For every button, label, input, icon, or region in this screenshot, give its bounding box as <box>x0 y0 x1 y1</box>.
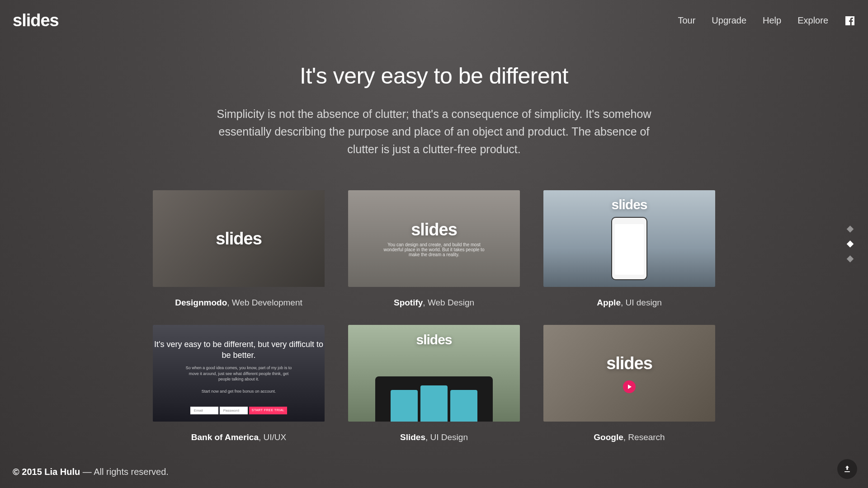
caption-title: Apple <box>597 298 621 307</box>
thumb-spotify[interactable]: slides You can design and create, and bu… <box>348 190 520 287</box>
thumb-form: Email Password START FREE TRIAL <box>190 407 287 414</box>
caption: Google, Research <box>594 432 665 442</box>
thumb-bofa[interactable]: It's very easy to be different, but very… <box>153 325 325 422</box>
caption: Designmodo, Web Development <box>175 298 302 308</box>
caption-title: Google <box>594 432 623 442</box>
phone-mockup-icon <box>611 217 647 280</box>
share-button[interactable] <box>837 459 857 479</box>
thumb-bg <box>543 325 715 422</box>
caption-title: Slides <box>400 432 425 442</box>
caption: Bank of America, UI/UX <box>191 432 286 442</box>
nav-tour[interactable]: Tour <box>678 15 695 26</box>
thumb-bonus: Start now and get free bonus on account. <box>202 389 276 394</box>
caption-category: , UI design <box>621 298 662 307</box>
facebook-icon[interactable] <box>844 15 855 26</box>
nav-upgrade[interactable]: Upgrade <box>712 15 746 26</box>
password-input: Password <box>220 407 248 414</box>
thumb-tagline: You can design and create, and build the… <box>380 242 488 257</box>
hero: It's very easy to be different Simplicit… <box>0 63 868 158</box>
card-google: slides Google, Research <box>543 325 715 442</box>
email-input: Email <box>190 407 218 414</box>
header: slides Tour Upgrade Help Explore <box>0 0 868 41</box>
thumb-subtext: So when a good idea comes, you know, par… <box>184 365 293 382</box>
hero-subtitle: Simplicity is not the absence of clutter… <box>203 105 665 158</box>
caption-category: , Research <box>623 432 665 442</box>
logo[interactable]: slides <box>13 11 59 30</box>
card-bofa: It's very easy to be different, but very… <box>153 325 325 442</box>
thumb-google[interactable]: slides <box>543 325 715 422</box>
play-icon <box>623 380 636 393</box>
slides-logo-icon: slides <box>416 332 452 347</box>
caption-category: , Web Development <box>227 298 302 307</box>
card-apple: slides Apple, UI design <box>543 190 715 308</box>
share-icon <box>843 465 852 474</box>
caption: Spotify, Web Design <box>394 298 474 308</box>
portfolio-grid: slides Designmodo, Web Development slide… <box>0 190 868 442</box>
caption: Slides, UI Design <box>400 432 468 442</box>
card-spotify: slides You can design and create, and bu… <box>348 190 520 308</box>
slides-logo-icon: slides <box>606 354 652 373</box>
card-slides: slides Slides, UI Design <box>348 325 520 442</box>
dot-1[interactable] <box>847 225 854 233</box>
caption: Apple, UI design <box>597 298 662 308</box>
nav-explore[interactable]: Explore <box>797 15 828 26</box>
thumb-slides[interactable]: slides <box>348 325 520 422</box>
thumb-designmodo[interactable]: slides <box>153 190 325 287</box>
slides-logo-icon: slides <box>611 197 647 212</box>
hero-title: It's very easy to be different <box>0 63 868 89</box>
caption-title: Spotify <box>394 298 423 307</box>
caption-title: Bank of America <box>191 432 259 442</box>
nav: Tour Upgrade Help Explore <box>678 15 855 26</box>
copyright-owner: © 2015 Lia Hulu <box>13 467 80 477</box>
card-designmodo: slides Designmodo, Web Development <box>153 190 325 308</box>
slides-logo-icon: slides <box>216 229 262 249</box>
start-trial-button: START FREE TRIAL <box>249 407 287 414</box>
caption-title: Designmodo <box>175 298 227 307</box>
footer: © 2015 Lia Hulu — All rights reserved. <box>13 467 169 477</box>
thumb-headline: It's very easy to be different, but very… <box>153 339 325 361</box>
nav-help[interactable]: Help <box>763 15 781 26</box>
copyright-text: — All rights reserved. <box>80 467 169 477</box>
dot-3[interactable] <box>847 255 854 263</box>
dot-2[interactable] <box>847 240 854 248</box>
caption-category: , UI/UX <box>259 432 286 442</box>
thumb-apple[interactable]: slides <box>543 190 715 287</box>
caption-category: , UI Design <box>425 432 468 442</box>
caption-category: , Web Design <box>423 298 474 307</box>
tablet-mockup-icon <box>375 376 493 422</box>
slides-logo-icon: slides <box>411 220 457 239</box>
pagination-dots <box>848 227 853 262</box>
